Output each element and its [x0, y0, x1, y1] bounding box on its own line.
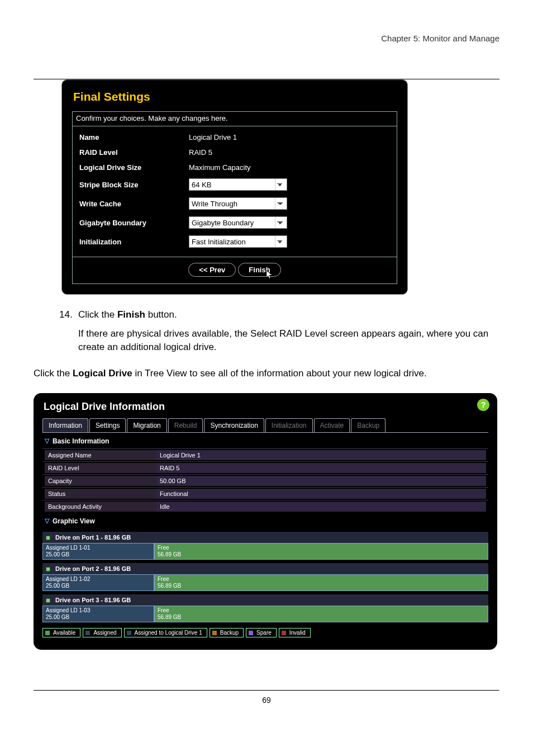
tab-settings[interactable]: Settings	[89, 418, 126, 432]
panel-title: Final Settings	[73, 90, 397, 103]
drive-assigned-segment: Assigned LD 1-03 25.00 GB	[42, 606, 154, 622]
tab-synchronization[interactable]: Synchronization	[204, 418, 264, 432]
drive-assigned-segment: Assigned LD 1-02 25.00 GB	[42, 574, 154, 591]
drive-status-icon	[46, 536, 50, 540]
info-row: Assigned Name Logical Drive 1	[42, 448, 488, 461]
panel-button-row: << Prev Finish	[72, 257, 397, 284]
tab-activate[interactable]: Activate	[314, 418, 350, 432]
info-val: Logical Drive 1	[156, 450, 486, 460]
tab-migration[interactable]: Migration	[127, 418, 166, 432]
drive-port-header: Drive on Port 1 - 81.96 GB	[42, 532, 488, 543]
finish-button-label: Finish	[249, 266, 270, 274]
settings-form: Name Logical Drive 1 RAID Level RAID 5 L…	[72, 126, 397, 257]
logical-drive-info-panel: ? Logical Drive Information Information …	[34, 393, 497, 650]
legend-spare: Spare	[246, 628, 277, 637]
tab-information[interactable]: Information	[42, 418, 88, 432]
drive-free-segment: Free 56.89 GB	[154, 606, 488, 622]
info-row: RAID Level RAID 5	[42, 461, 488, 474]
page-number: 69	[34, 696, 499, 705]
legend-available: Available	[42, 628, 80, 637]
footer-rule	[34, 690, 499, 691]
legend-assigned: Assigned	[83, 628, 121, 637]
panel-instruction: Confirm your choices. Make any changes h…	[72, 111, 397, 126]
legend-invalid: Invalid	[279, 628, 311, 637]
step-text: Click the Finish button.	[78, 308, 177, 322]
write-cache-label: Write Cache	[79, 200, 189, 208]
step-subtext: If there are physical drives available, …	[78, 327, 499, 355]
drive-free-segment: Free 56.89 GB	[154, 543, 488, 560]
tab-rebuild[interactable]: Rebuild	[168, 418, 203, 432]
info-key: Assigned Name	[45, 450, 156, 460]
drive-row: Assigned LD 1-02 25.00 GB Free 56.89 GB	[42, 574, 488, 591]
chapter-title: Chapter 5: Monitor and Manage	[34, 34, 499, 48]
basic-info-table: Assigned Name Logical Drive 1 RAID Level…	[42, 448, 488, 513]
gigabyte-boundary-select[interactable]: Gigabyte Boundary	[189, 216, 287, 229]
drive-row: Assigned LD 1-01 25.00 GB Free 56.89 GB	[42, 543, 488, 560]
info-val: Idle	[156, 502, 486, 512]
step-number: 14.	[59, 308, 78, 322]
gigabyte-boundary-label: Gigabyte Boundary	[79, 219, 189, 227]
tab-initialization[interactable]: Initialization	[265, 418, 313, 432]
info-val: 50.00 GB	[156, 476, 486, 486]
ld-panel-title: Logical Drive Information	[44, 401, 488, 413]
chevron-down-icon: ▽	[45, 437, 49, 445]
info-row: Background Activity Idle	[42, 500, 488, 513]
initialization-label: Initialization	[79, 238, 189, 246]
drive-row: Assigned LD 1-03 25.00 GB Free 56.89 GB	[42, 606, 488, 622]
name-value: Logical Drive 1	[189, 133, 237, 141]
finish-button[interactable]: Finish	[238, 263, 280, 277]
tab-backup[interactable]: Backup	[351, 418, 386, 432]
help-icon[interactable]: ?	[477, 399, 489, 411]
legend-backup: Backup	[210, 628, 244, 637]
drive-status-icon	[46, 598, 50, 603]
info-key: Capacity	[45, 476, 156, 486]
legend: Available Assigned Assigned to Logical D…	[42, 628, 488, 637]
legend-assigned-ld1: Assigned to Logical Drive 1	[124, 628, 207, 637]
drive-port-header: Drive on Port 3 - 81.96 GB	[42, 594, 488, 606]
drive-status-icon	[46, 567, 50, 571]
tab-bar: Information Settings Migration Rebuild S…	[42, 418, 488, 433]
info-val: RAID 5	[156, 463, 486, 473]
chevron-down-icon: ▽	[45, 517, 49, 525]
drive-assigned-segment: Assigned LD 1-01 25.00 GB	[42, 543, 154, 560]
info-row: Status Functional	[42, 487, 488, 500]
drive-free-segment: Free 56.89 GB	[154, 574, 488, 591]
body-paragraph: Click the Logical Drive in Tree View to …	[34, 367, 499, 381]
info-key: RAID Level	[45, 463, 156, 473]
drive-port-header: Drive on Port 2 - 81.96 GB	[42, 563, 488, 574]
info-key: Status	[45, 489, 156, 499]
prev-button[interactable]: << Prev	[188, 263, 236, 277]
raid-level-label: RAID Level	[79, 148, 189, 157]
graphic-view: Drive on Port 1 - 81.96 GB Assigned LD 1…	[42, 532, 488, 637]
info-key: Background Activity	[45, 502, 156, 512]
info-val: Functional	[156, 489, 486, 499]
final-settings-panel: Final Settings Confirm your choices. Mak…	[61, 79, 408, 295]
logical-drive-size-value: Maximum Capacity	[189, 163, 251, 172]
stripe-block-size-select[interactable]: 64 KB	[189, 178, 287, 191]
raid-level-value: RAID 5	[189, 148, 212, 157]
section-graphic-view: ▽ Graphic View	[42, 513, 488, 528]
write-cache-select[interactable]: Write Through	[189, 197, 287, 210]
name-label: Name	[79, 133, 189, 141]
stripe-block-size-label: Stripe Block Size	[79, 181, 189, 189]
section-basic-information: ▽ Basic Information	[42, 433, 488, 448]
initialization-select[interactable]: Fast Initialization	[189, 235, 287, 248]
logical-drive-size-label: Logical Drive Size	[79, 163, 189, 172]
info-row: Capacity 50.00 GB	[42, 474, 488, 487]
